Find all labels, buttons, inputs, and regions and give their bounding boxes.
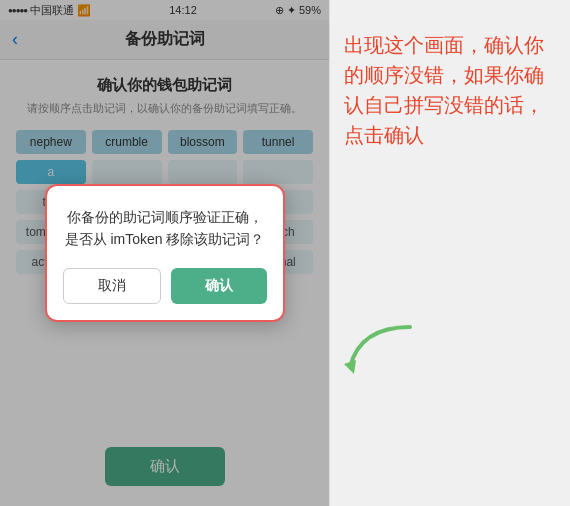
annotation-text: 出现这个画面，确认你的顺序没错，如果你确认自己拼写没错的话，点击确认 xyxy=(344,30,556,150)
arrow-graphic xyxy=(340,322,420,386)
modal-overlay: 你备份的助记词顺序验证正确，是否从 imToken 移除该助记词？ 取消 确认 xyxy=(0,0,329,506)
modal-text: 你备份的助记词顺序验证正确，是否从 imToken 移除该助记词？ xyxy=(63,206,267,251)
modal-dialog: 你备份的助记词顺序验证正确，是否从 imToken 移除该助记词？ 取消 确认 xyxy=(45,184,285,323)
annotation-section: 出现这个画面，确认你的顺序没错，如果你确认自己拼写没错的话，点击确认 xyxy=(330,0,570,506)
svg-marker-0 xyxy=(344,360,356,374)
modal-cancel-button[interactable]: 取消 xyxy=(63,268,161,304)
phone-screen: ●●●●● 中国联通 📶 14:12 ⊕ ✦ 59% ‹ 备份助记词 确认你的钱… xyxy=(0,0,330,506)
modal-buttons: 取消 确认 xyxy=(63,268,267,304)
modal-confirm-button[interactable]: 确认 xyxy=(171,268,267,304)
